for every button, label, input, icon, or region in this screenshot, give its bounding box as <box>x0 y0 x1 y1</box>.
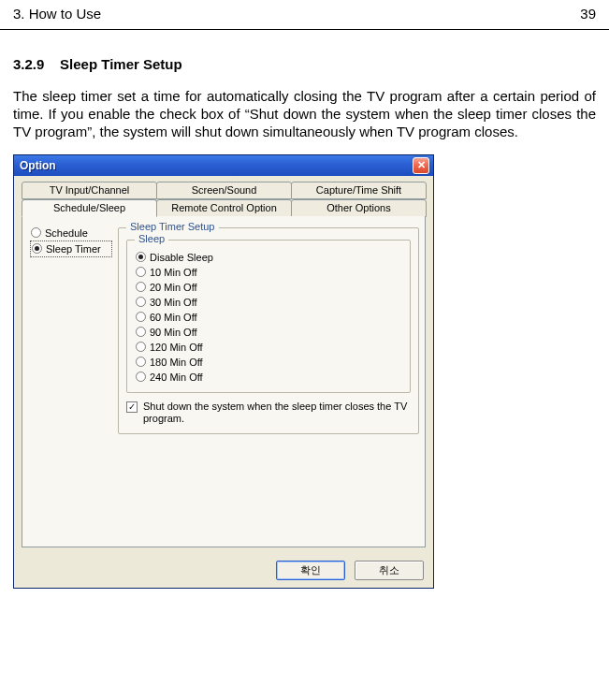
tab-schedule-sleep[interactable]: Schedule/Sleep <box>22 199 157 217</box>
sleep-option-10[interactable]: 10 Min Off <box>135 265 402 280</box>
dialog-screenshot: Option ✕ TV Input/Channel Screen/Sound C… <box>0 141 609 589</box>
sleep-option-label: 30 Min Off <box>150 297 197 308</box>
radio-icon <box>31 227 41 238</box>
section-title: Sleep Timer Setup <box>60 56 182 72</box>
sleep-option-label: 240 Min Off <box>150 372 203 383</box>
body-paragraph: The sleep timer set a time for automatic… <box>0 72 609 141</box>
mode-schedule[interactable]: Schedule <box>30 226 112 241</box>
group-legend: Sleep <box>135 233 168 244</box>
page-header: 3. How to Use 39 <box>0 0 609 30</box>
dialog-footer: 확인 취소 <box>14 555 433 588</box>
sleep-option-120[interactable]: 120 Min Off <box>135 340 402 355</box>
radio-icon <box>136 297 146 307</box>
mode-schedule-label: Schedule <box>45 227 88 239</box>
group-sleep-timer-setup: Sleep Timer Setup Sleep Disable Sleep 10… <box>118 227 419 435</box>
tab-tv-input-channel[interactable]: TV Input/Channel <box>22 182 157 199</box>
cancel-button[interactable]: 취소 <box>355 561 424 580</box>
sleep-option-label: 10 Min Off <box>150 267 197 278</box>
sleep-timer-setup-area: Sleep Timer Setup Sleep Disable Sleep 10… <box>114 222 419 541</box>
option-dialog: Option ✕ TV Input/Channel Screen/Sound C… <box>13 154 434 589</box>
group-legend: Sleep Timer Setup <box>126 221 219 232</box>
radio-icon <box>136 327 146 337</box>
shutdown-checkbox-row[interactable]: Shut down the system when the sleep time… <box>126 393 411 427</box>
chapter-label: 3. How to Use <box>13 6 101 22</box>
sleep-option-90[interactable]: 90 Min Off <box>135 325 402 340</box>
tab-strip: TV Input/Channel Screen/Sound Capture/Ti… <box>22 182 426 217</box>
sleep-option-180[interactable]: 180 Min Off <box>135 355 402 370</box>
shutdown-label: Shut down the system when the sleep time… <box>143 401 411 427</box>
sleep-option-label: 20 Min Off <box>150 282 197 293</box>
ok-button[interactable]: 확인 <box>276 561 345 580</box>
sleep-option-label: 90 Min Off <box>150 327 197 338</box>
group-sleep: Sleep Disable Sleep 10 Min Off <box>126 240 411 393</box>
sleep-option-label: 60 Min Off <box>150 312 197 323</box>
radio-icon <box>136 267 146 277</box>
page-number: 39 <box>580 6 596 22</box>
radio-icon <box>136 312 146 322</box>
radio-icon <box>136 372 146 382</box>
tab-panel-schedule-sleep: Schedule Sleep Timer Sleep Timer Setup S… <box>22 216 426 547</box>
radio-icon <box>136 342 146 352</box>
radio-icon <box>136 282 146 292</box>
tab-remote-control-option[interactable]: Remote Control Option <box>156 199 292 217</box>
tab-other-options[interactable]: Other Options <box>291 199 427 217</box>
mode-column: Schedule Sleep Timer <box>28 222 114 541</box>
sleep-option-label: 180 Min Off <box>150 357 203 368</box>
mode-sleep-timer[interactable]: Sleep Timer <box>30 241 112 257</box>
sleep-option-label: 120 Min Off <box>150 342 203 353</box>
dialog-body: TV Input/Channel Screen/Sound Capture/Ti… <box>14 176 433 555</box>
titlebar[interactable]: Option ✕ <box>14 155 433 176</box>
sleep-option-240[interactable]: 240 Min Off <box>135 370 402 385</box>
sleep-option-label: Disable Sleep <box>150 252 213 263</box>
sleep-option-30[interactable]: 30 Min Off <box>135 295 402 310</box>
tab-capture-time-shift[interactable]: Capture/Time Shift <box>291 182 427 199</box>
sleep-option-60[interactable]: 60 Min Off <box>135 310 402 325</box>
tab-screen-sound[interactable]: Screen/Sound <box>156 182 292 199</box>
section-heading: 3.2.9 Sleep Timer Setup <box>0 30 609 72</box>
radio-icon <box>136 357 146 367</box>
sleep-option-20[interactable]: 20 Min Off <box>135 280 402 295</box>
close-icon[interactable]: ✕ <box>413 157 429 174</box>
titlebar-text: Option <box>20 159 56 172</box>
sleep-option-disable[interactable]: Disable Sleep <box>135 250 402 265</box>
section-number: 3.2.9 <box>13 56 44 72</box>
mode-sleep-timer-label: Sleep Timer <box>46 243 101 255</box>
radio-icon <box>136 252 146 262</box>
radio-icon <box>32 243 42 254</box>
checkbox-icon <box>126 401 138 413</box>
